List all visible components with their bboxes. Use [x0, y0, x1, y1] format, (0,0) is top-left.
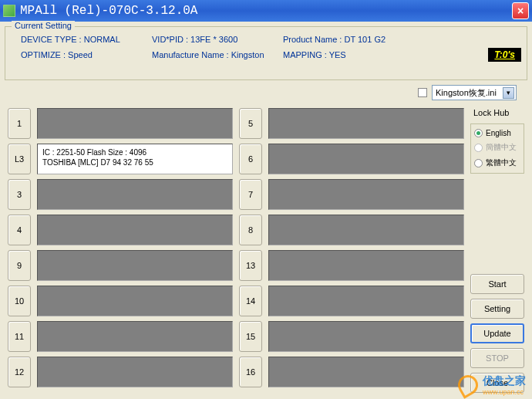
slot-body-7 — [268, 179, 464, 210]
slot-button-15[interactable]: 15 — [239, 321, 262, 352]
slot-body-16 — [268, 357, 464, 387]
settings-legend: Current Setting — [12, 21, 75, 30]
device-type-label: DEVICE TYPE : NORMAL — [21, 35, 152, 44]
slot-button-14[interactable]: 14 — [239, 286, 262, 316]
clip-icon — [454, 371, 482, 399]
slot-body-10 — [37, 286, 233, 316]
setting-button[interactable]: Setting — [470, 299, 524, 319]
slot-button-5[interactable]: 5 — [239, 108, 262, 139]
chevron-down-icon: ▾ — [503, 87, 514, 99]
slot-button-6[interactable]: 6 — [239, 144, 262, 174]
watermark-url: www.upan.cc — [483, 388, 526, 396]
side-panel: Lock Hub English 簡體中文 繁體中文 Start Setting — [470, 108, 524, 393]
slot-button-l3[interactable]: L3 — [8, 144, 31, 174]
slot-body-9 — [37, 250, 233, 281]
slot-body-13 — [268, 250, 464, 281]
slot-button-4[interactable]: 4 — [8, 215, 31, 245]
client-area: Current Setting DEVICE TYPE : NORMAL VID… — [0, 22, 532, 399]
slot-info-line1: IC : 2251-50 Flash Size : 4096 — [42, 147, 227, 157]
slot-body-5 — [268, 108, 464, 139]
watermark: 优盘之家 www.upan.cc — [458, 374, 526, 396]
radio-simplified-label: 簡體中文 — [486, 142, 517, 153]
radio-english-label: English — [486, 129, 511, 137]
slot-info-line2: TOSHIBA [MLC] D7 94 32 76 55 — [42, 157, 227, 167]
slot-body-12 — [37, 357, 233, 387]
close-icon[interactable]: × — [512, 2, 529, 19]
slot-button-16[interactable]: 16 — [239, 357, 262, 387]
slot-button-11[interactable]: 11 — [8, 321, 31, 352]
timer-display: T:0's — [488, 48, 521, 62]
radio-dot-icon — [474, 129, 483, 137]
slot-body-8 — [268, 215, 464, 245]
radio-english[interactable]: English — [474, 129, 520, 137]
radio-traditional-label: 繁體中文 — [486, 157, 517, 168]
radio-traditional[interactable]: 繁體中文 — [474, 157, 520, 168]
slot-button-7[interactable]: 7 — [239, 179, 262, 210]
slot-grid: 1 5 L3 IC : 2251-50 Flash Size : 4096 TO… — [8, 108, 464, 393]
slot-button-3[interactable]: 3 — [8, 179, 31, 210]
slot-button-12[interactable]: 12 — [8, 357, 31, 387]
slot-body-1 — [37, 108, 233, 139]
mapping-label: MAPPING : YES — [283, 50, 346, 59]
slot-button-10[interactable]: 10 — [8, 286, 31, 316]
slot-body-11 — [37, 321, 233, 352]
slot-button-8[interactable]: 8 — [239, 215, 262, 245]
config-dropdown[interactable]: Kingston恢复.ini ▾ — [432, 85, 517, 100]
window-title: MPAll (Rel)-070C-3.12.0A — [20, 4, 512, 18]
slot-body-14 — [268, 286, 464, 316]
titlebar: MPAll (Rel)-070C-3.12.0A × — [0, 0, 532, 22]
manufacturer-label: Manufacture Name : Kingston — [152, 50, 283, 59]
slot-button-9[interactable]: 9 — [8, 250, 31, 281]
slot-body-6 — [268, 144, 464, 174]
language-groupbox: English 簡體中文 繁體中文 — [470, 123, 524, 174]
config-dropdown-value: Kingston恢复.ini — [436, 87, 497, 99]
update-button[interactable]: Update — [470, 323, 524, 343]
start-button[interactable]: Start — [470, 274, 524, 294]
slot-button-1[interactable]: 1 — [8, 108, 31, 139]
app-icon — [3, 5, 15, 17]
config-row: Kingston恢复.ini ▾ — [418, 85, 517, 100]
stop-button: STOP — [470, 348, 524, 368]
slot-body-l3: IC : 2251-50 Flash Size : 4096 TOSHIBA [… — [37, 144, 233, 174]
lock-hub-label: Lock Hub — [473, 108, 509, 117]
optimize-label: OPTIMIZE : Speed — [21, 50, 152, 59]
settings-groupbox: Current Setting DEVICE TYPE : NORMAL VID… — [5, 26, 527, 80]
vid-pid-label: VID*PID : 13FE * 3600 — [152, 35, 283, 44]
slot-body-4 — [37, 215, 233, 245]
product-name-label: Product Name : DT 101 G2 — [283, 35, 386, 44]
config-checkbox[interactable] — [418, 88, 427, 97]
lock-hub-row: Lock Hub — [470, 108, 524, 117]
radio-dot-icon — [474, 144, 483, 152]
radio-simplified: 簡體中文 — [474, 142, 520, 153]
radio-dot-icon — [474, 159, 483, 167]
slot-body-15 — [268, 321, 464, 352]
watermark-text: 优盘之家 — [483, 374, 526, 387]
slot-body-3 — [37, 179, 233, 210]
slot-button-13[interactable]: 13 — [239, 250, 262, 281]
